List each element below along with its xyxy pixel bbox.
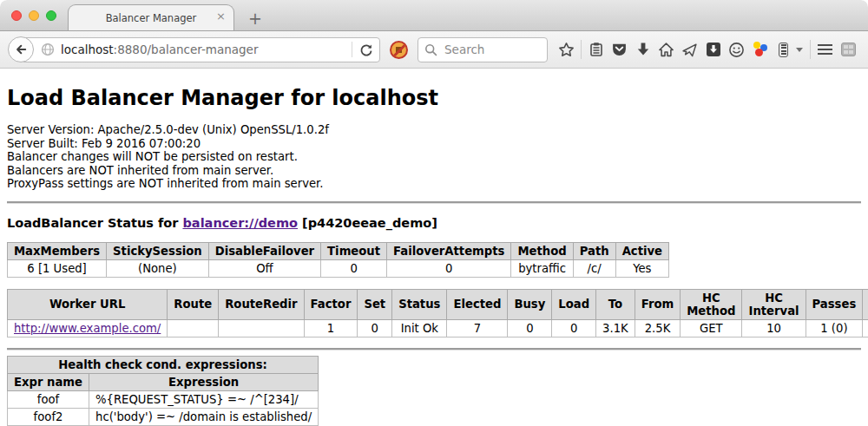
column-header: Passes (806, 289, 863, 319)
column-header: RouteRedir (219, 289, 304, 319)
document-grid-icon (841, 43, 856, 56)
cell-busy: 0 (508, 319, 552, 337)
table-row: 6 [1 Used] (None) Off 0 0 bytraffic /c/ … (8, 259, 669, 277)
cell-expression: hc('body') =~ /domain is established/ (89, 408, 319, 425)
column-header: Expression (89, 373, 319, 390)
worker-status-table: Worker URL Route RouteRedir Factor Set S… (7, 289, 868, 338)
column-header: To (596, 289, 635, 319)
table-row: foof %{REQUEST_STATUS} =~ /^[234]/ (8, 390, 319, 408)
column-header: Status (392, 289, 447, 319)
new-tab-button[interactable]: + (243, 9, 267, 28)
hamburger-icon (818, 44, 832, 55)
cell-expr-name: foof2 (8, 408, 89, 425)
cell-factor: 1 (304, 319, 358, 337)
cell-path: /c/ (573, 259, 615, 277)
toolbar-divider (581, 40, 582, 59)
back-arrow-icon (14, 43, 28, 56)
column-header: HC Method (681, 289, 742, 319)
back-button[interactable] (8, 36, 34, 62)
site-identity-globe-icon (41, 43, 55, 56)
cell-timeout: 0 (321, 259, 387, 277)
feedback-smiley-button[interactable] (725, 36, 748, 62)
cell-from: 2.5K (635, 319, 680, 337)
cell-active: Yes (615, 259, 668, 277)
zoom-window-button[interactable] (46, 10, 56, 21)
browser-tab[interactable]: Balancer Manager × (68, 4, 234, 30)
inherit-note-line: Balancers are NOT inherited from main se… (7, 164, 861, 178)
bookmark-star-button[interactable] (555, 36, 578, 62)
column-header: HC Interval (742, 289, 806, 319)
table-header-row: Expr name Expression (8, 373, 319, 390)
cell-failoverattempts: 0 (387, 259, 511, 277)
column-header: From (635, 289, 680, 319)
menu-button[interactable] (813, 36, 837, 62)
column-header: Factor (304, 289, 358, 319)
table-caption-row: Health check cond. expressions: (8, 356, 319, 373)
cell-elected: 7 (447, 319, 508, 337)
cell-expr-name: foof (8, 390, 89, 408)
url-text[interactable]: localhost:8880/balancer-manager (61, 43, 345, 56)
send-tab-button[interactable] (678, 36, 701, 62)
worker-url-link[interactable]: http://www.example.com/ (14, 322, 161, 335)
search-input[interactable] (443, 42, 529, 57)
page-content: Load Balancer Manager for localhost Serv… (0, 86, 868, 426)
column-header: Method (511, 242, 573, 259)
column-header: Busy (508, 289, 552, 319)
tab-close-icon[interactable]: × (216, 10, 226, 22)
column-header: MaxMembers (8, 242, 107, 259)
server-built-line: Server Built: Feb 9 2016 07:00:20 (7, 137, 861, 151)
toolbar-icons (555, 36, 860, 62)
notes-extension-button[interactable] (772, 36, 795, 62)
table-row: foof2 hc('body') =~ /domain is establish… (8, 408, 319, 425)
downloads-button[interactable] (631, 36, 654, 62)
minimize-window-button[interactable] (29, 10, 39, 21)
balancer-status-table: MaxMembers StickySession DisableFailover… (7, 242, 669, 278)
cell-status: Init Ok (392, 319, 447, 337)
content-blocker-icon[interactable] (390, 41, 408, 59)
pocket-icon (611, 42, 628, 58)
home-button[interactable] (654, 36, 678, 62)
reload-icon[interactable] (358, 43, 373, 57)
colored-dots-icon (753, 42, 768, 57)
table-header-row: MaxMembers StickySession DisableFailover… (8, 242, 669, 259)
table-header-row: Worker URL Route RouteRedir Factor Set S… (8, 289, 868, 319)
download-arrow-icon (635, 42, 651, 57)
url-path: :8880/balancer-manager (114, 43, 259, 56)
balancer-link[interactable]: balancer://demo (182, 216, 298, 230)
cell-passes: 1 (0) (806, 319, 863, 337)
column-header: StickySession (107, 242, 209, 259)
home-icon (658, 42, 674, 58)
column-header: Set (358, 289, 392, 319)
smiley-icon (728, 42, 745, 58)
extension-dropdown[interactable] (795, 36, 807, 62)
bookmarks-menu-button[interactable] (584, 36, 608, 62)
cell-stickysession: (None) (107, 259, 209, 277)
column-header: Path (573, 242, 615, 259)
sidebar-extension-button[interactable] (837, 36, 860, 62)
boxed-arrow-icon (706, 42, 721, 57)
cell-hc-interval: 10 (742, 319, 806, 337)
health-check-table: Health check cond. expressions: Expr nam… (7, 356, 319, 426)
cell-route (168, 319, 219, 337)
pocket-button[interactable] (608, 36, 631, 62)
persist-note-line: Balancer changes will NOT be persisted o… (7, 150, 861, 164)
extension-download-button[interactable] (701, 36, 725, 62)
server-version-line: Server Version: Apache/2.5.0-dev (Unix) … (7, 123, 861, 137)
url-bar[interactable]: localhost:8880/balancer-manager (21, 37, 380, 62)
window-controls (11, 10, 56, 21)
chevron-down-icon (796, 48, 803, 52)
url-domain: localhost (61, 43, 114, 56)
colored-dots-extension-button[interactable] (748, 36, 772, 62)
proxypass-note-line: ProxyPass settings are NOT inherited fro… (7, 177, 861, 191)
clipboard-icon (589, 42, 604, 57)
titlebar: Balancer Manager × + (0, 0, 868, 31)
column-header: Fails (863, 289, 868, 319)
section-suffix: [p4420eeae_demo] (302, 216, 437, 230)
column-header: DisableFailover (208, 242, 320, 259)
toolbar-divider (810, 40, 811, 59)
urlbar-divider (352, 42, 352, 57)
close-window-button[interactable] (11, 10, 22, 21)
search-bar[interactable] (418, 37, 548, 62)
cell-hc-method: GET (681, 319, 742, 337)
column-header: Elected (447, 289, 508, 319)
